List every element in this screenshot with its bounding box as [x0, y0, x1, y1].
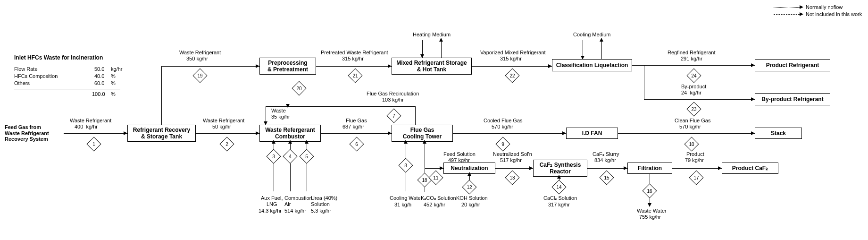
- name-s5: Urea (40%) Solution: [311, 195, 337, 207]
- arrow-s17: [718, 166, 722, 170]
- block-cooltower: Flue Gas Cooling Tower: [392, 125, 453, 142]
- unit-s16: kg/hr: [649, 214, 660, 220]
- rate-s1: 400: [75, 124, 83, 129]
- block-classliq: Classification Liquefaction: [552, 59, 632, 71]
- name-s24: Regfined Refrigerant: [668, 50, 716, 55]
- arrow-s16: [648, 203, 651, 207]
- inlet-row-unit-1: %: [111, 73, 116, 79]
- arrow-recirc: [264, 121, 267, 125]
- unit-s12: kg/hr: [468, 202, 480, 207]
- rate-s10: 570: [679, 124, 688, 129]
- arrow-classliq-to-prod: [751, 63, 755, 67]
- rate-s19: 350: [186, 56, 195, 61]
- line-cooling-out: [601, 40, 602, 59]
- name-s16: Waste Water: [637, 208, 667, 214]
- unit-s1: kg/hr: [86, 124, 97, 129]
- name-s1: Waste Refrigerant: [70, 118, 111, 123]
- num-s5: 5: [301, 154, 312, 159]
- unit-s21: kg/hr: [352, 56, 363, 61]
- line-prepro-waste: [288, 75, 288, 105]
- unit-s15: kg/hr: [604, 157, 616, 163]
- inlet-rule: [14, 89, 120, 89]
- rate-s15: 834: [594, 157, 603, 163]
- name-s11: Feed Solution: [443, 151, 476, 157]
- line-s13: [495, 168, 533, 169]
- unit-s18: kg/hr: [434, 202, 445, 207]
- num-s24: 24: [689, 73, 699, 78]
- arrow-s11: [440, 166, 443, 170]
- num-s15: 15: [601, 175, 612, 180]
- unit-s17: kg/hr: [692, 157, 703, 163]
- name-s6: Flue Gas: [346, 118, 367, 123]
- unit-s11: kg/hr: [458, 157, 469, 163]
- name-s3: Aux Fuel, LNG: [261, 195, 283, 207]
- arrow-heating-out: [439, 38, 443, 42]
- num-s10: 10: [686, 142, 697, 147]
- arrow-to-prepro: [256, 64, 259, 68]
- num-s14: 14: [554, 185, 564, 190]
- line-classliq-down: [644, 65, 644, 99]
- arrow-s13: [529, 166, 533, 170]
- unit-s4: kg/hr: [294, 208, 306, 214]
- name-s15: CaF₂ Slurry: [593, 151, 619, 157]
- inlet-row-unit-0: kg/hr: [111, 66, 122, 72]
- rate-s7: 103: [382, 97, 391, 103]
- legend-normally-noflow: Normally noflow: [806, 4, 843, 10]
- name-s21: Pretreated Waste Refrigerant: [321, 50, 388, 55]
- arrow-s12: [467, 172, 471, 176]
- unit-s3: kg/hr: [270, 208, 281, 214]
- unit-s9: kg/hr: [501, 124, 513, 129]
- rate-s16: 755: [639, 214, 648, 220]
- arrow-idfan-to-stack: [751, 131, 755, 135]
- num-s12: 12: [464, 185, 475, 190]
- name-s4: Combustion Air: [284, 195, 312, 207]
- num-s4: 4: [285, 154, 295, 159]
- num-s21: 21: [350, 73, 360, 78]
- rate-s6: 687: [342, 124, 351, 129]
- name-s17: Product: [686, 151, 704, 157]
- block-filt: Filtration: [627, 163, 672, 174]
- rate-s21: 315: [342, 56, 351, 61]
- unit-s10: kg/hr: [689, 124, 701, 129]
- line-idfan-to-stack: [618, 133, 755, 134]
- num-s1: 1: [89, 142, 99, 147]
- unit-s14: kg/hr: [558, 202, 569, 207]
- num-s8: 8: [401, 163, 411, 168]
- rate-s8: 31: [394, 202, 400, 207]
- line-mixstore-to-classliq: [472, 66, 552, 67]
- num-s20: 20: [294, 86, 304, 91]
- arrow-prepro-waste: [286, 104, 290, 108]
- arrow-feed-to-recovery: [124, 131, 127, 135]
- legend-not-included: Not included in this work: [806, 11, 862, 17]
- arrow-mixstore-to-classliq: [548, 64, 552, 68]
- line-heating-out: [441, 40, 442, 58]
- line-recovery-up: [161, 66, 162, 125]
- rate-s17: 79: [685, 157, 691, 163]
- inlet-total-u: %: [111, 91, 116, 97]
- arrow-s4: [288, 140, 292, 144]
- line-s15: [587, 168, 627, 169]
- num-s13: 13: [507, 175, 517, 180]
- rate-s5: 5.3: [311, 208, 318, 214]
- block-recovery: Refrigerant Recovery & Storage Tank: [127, 125, 196, 142]
- block-idfan: I.D FAN: [566, 128, 618, 139]
- arrow-s5: [305, 140, 309, 144]
- unit-s22: kg/hr: [510, 56, 521, 61]
- rate-s13: 517: [500, 157, 509, 163]
- block-bypr-ref: By-product Refrigerant: [755, 93, 830, 105]
- name-s10: Clean Flue Gas: [675, 118, 710, 123]
- inlet-title: Inlet HFCs Waste for Incineration: [14, 54, 103, 61]
- line-prepro-to-mixstore: [316, 66, 392, 67]
- block-combustor: Waste Refergerant Combustor: [259, 125, 321, 142]
- inlet-row-label-2: Others: [14, 80, 30, 86]
- rate-s22: 315: [500, 56, 509, 61]
- inlet-row-val-1: 40.0: [94, 73, 104, 79]
- arrow-s14: [557, 175, 561, 179]
- arrow-recovery-to-combustor: [256, 131, 259, 135]
- line-recirc-h: [266, 106, 415, 107]
- name-s9: Cooled Flue Gas: [484, 118, 523, 123]
- feed-source-label: Feed Gas from Waste Refrigerant Recovery…: [5, 124, 66, 142]
- rate-s4: 514: [284, 208, 293, 214]
- unit-s6: kg/hr: [352, 124, 364, 129]
- arrow-combustor-to-cooltower: [388, 131, 392, 135]
